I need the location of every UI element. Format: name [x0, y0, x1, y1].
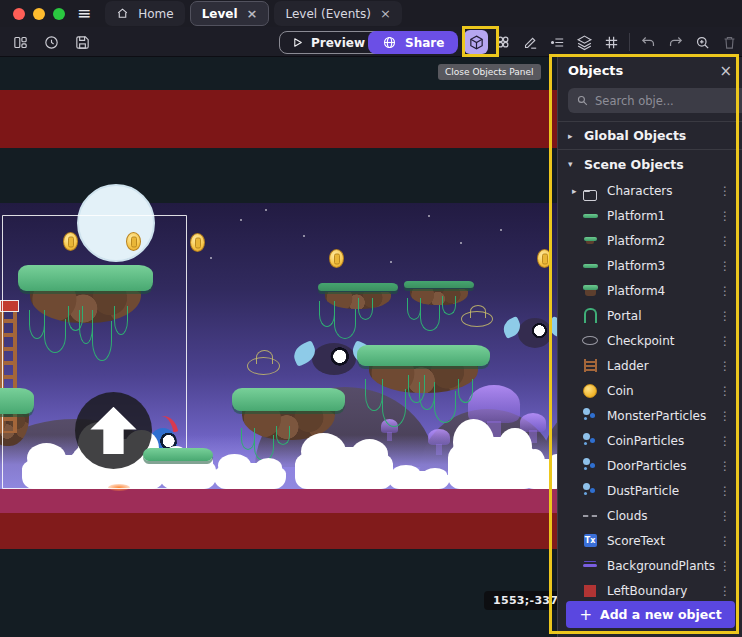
add-button-label: Add a new object	[600, 607, 722, 622]
panels-icon[interactable]	[10, 32, 30, 52]
scene-object-cloud	[295, 447, 393, 489]
object-row-MonsterParticles[interactable]: MonsterParticles⋮	[558, 403, 742, 428]
layers-icon[interactable]	[572, 30, 596, 54]
save-icon[interactable]	[72, 32, 92, 52]
cursor-coordinates-badge: 1553;-337	[484, 591, 567, 610]
kebab-menu-icon[interactable]: ⋮	[716, 234, 734, 248]
kebab-menu-icon[interactable]: ⋮	[716, 284, 734, 298]
kebab-menu-icon[interactable]: ⋮	[716, 534, 734, 548]
share-button[interactable]: Share	[368, 31, 458, 54]
tab-level[interactable]: Level ×	[190, 1, 270, 26]
particles-icon	[582, 433, 598, 449]
scene-object-monster-fly[interactable]	[312, 343, 356, 375]
grid-icon[interactable]	[599, 30, 623, 54]
object-row-Coin[interactable]: Coin⋮	[558, 378, 742, 403]
kebab-menu-icon[interactable]: ⋮	[716, 459, 734, 473]
object-row-Platform3[interactable]: Platform3⋮	[558, 253, 742, 278]
kebab-menu-icon[interactable]: ⋮	[716, 509, 734, 523]
kebab-menu-icon[interactable]: ⋮	[716, 309, 734, 323]
scene-object-star	[500, 229, 502, 231]
object-row-CoinParticles[interactable]: CoinParticles⋮	[558, 428, 742, 453]
section-global-objects[interactable]: ▸ Global Objects	[558, 122, 742, 150]
tab-bar: ≡ Home Level × Level (Events) ×	[0, 0, 742, 27]
pencil-icon[interactable]	[518, 30, 542, 54]
undo-icon[interactable]	[636, 30, 660, 54]
scene-object-coin[interactable]	[190, 233, 205, 252]
scene-object-star	[265, 209, 267, 211]
section-scene-objects[interactable]: ▾ Scene Objects	[558, 150, 742, 178]
kebab-menu-icon[interactable]: ⋮	[716, 209, 734, 223]
main-menu-icon[interactable]: ≡	[77, 5, 91, 22]
search-icon	[576, 94, 589, 107]
scene-object-star	[210, 257, 212, 259]
object-label: Clouds	[607, 509, 716, 523]
close-tab-icon[interactable]: ×	[380, 6, 391, 21]
add-new-object-button[interactable]: + Add a new object	[566, 601, 735, 628]
dashed-icon	[582, 508, 598, 524]
maximize-window-button[interactable]	[53, 8, 65, 20]
kebab-menu-icon[interactable]: ⋮	[716, 384, 734, 398]
object-row-DoorParticles[interactable]: DoorParticles⋮	[558, 453, 742, 478]
trash-icon[interactable]	[717, 30, 741, 54]
toolbar-separator	[629, 33, 630, 51]
kebab-menu-icon[interactable]: ⋮	[716, 334, 734, 348]
tab-label: Home	[138, 7, 173, 21]
scene-object-monster-fly[interactable]	[518, 318, 552, 348]
close-tab-icon[interactable]: ×	[247, 6, 258, 21]
chevron-right-icon[interactable]: ▸	[572, 186, 582, 196]
object-row-Checkpoint[interactable]: Checkpoint⋮	[558, 328, 742, 353]
kebab-menu-icon[interactable]: ⋮	[716, 484, 734, 498]
section-label: Scene Objects	[584, 157, 684, 172]
instances-group-icon[interactable]	[491, 30, 515, 54]
history-icon[interactable]	[41, 32, 61, 52]
gdevelop-window: ≡ Home Level × Level (Events) ×	[0, 0, 742, 637]
zoom-in-icon[interactable]	[690, 30, 714, 54]
kebab-menu-icon[interactable]: ⋮	[716, 259, 734, 273]
tooltip-close-objects-panel: Close Objects Panel	[438, 64, 541, 80]
coin-icon	[582, 383, 598, 399]
object-label: Portal	[607, 309, 716, 323]
redo-icon[interactable]	[663, 30, 687, 54]
kebab-menu-icon[interactable]: ⋮	[716, 409, 734, 423]
kebab-menu-icon[interactable]: ⋮	[716, 559, 734, 573]
scene-object-star	[428, 215, 430, 217]
object-row-Platform1[interactable]: Platform1⋮	[558, 203, 742, 228]
section-label: Global Objects	[584, 128, 686, 143]
object-row-BackgroundPlants[interactable]: BackgroundPlants⋮	[558, 553, 742, 578]
window-controls	[0, 8, 65, 20]
close-window-button[interactable]	[13, 8, 25, 20]
particles-icon	[582, 458, 598, 474]
search-input[interactable]	[595, 94, 741, 108]
plants-icon	[582, 558, 598, 574]
search-box[interactable]	[568, 88, 742, 113]
tab-home[interactable]: Home	[105, 1, 184, 26]
object-row-ScoreText[interactable]: ScoreText⋮	[558, 528, 742, 553]
close-panel-icon[interactable]: ×	[719, 62, 732, 80]
object-label: MonsterParticles	[607, 409, 716, 423]
kebab-menu-icon[interactable]: ⋮	[716, 434, 734, 448]
object-row-DustParticle[interactable]: DustParticle⋮	[558, 478, 742, 503]
kebab-menu-icon[interactable]: ⋮	[716, 359, 734, 373]
object-row-Platform4[interactable]: Platform4⋮	[558, 278, 742, 303]
kebab-menu-icon[interactable]: ⋮	[716, 584, 734, 598]
object-row-Platform2[interactable]: Platform2⋮	[558, 228, 742, 253]
scene-object-coin[interactable]	[537, 249, 552, 268]
object-label: Characters	[607, 184, 716, 198]
objects-cube-icon[interactable]	[464, 30, 488, 54]
object-row-Ladder[interactable]: Ladder⋮	[558, 353, 742, 378]
panel-title: Objects	[568, 63, 719, 78]
object-row-LeftBoundary[interactable]: LeftBoundary⋮	[558, 578, 742, 603]
minimize-window-button[interactable]	[33, 8, 45, 20]
object-label: BackgroundPlants	[607, 559, 716, 573]
home-icon	[116, 7, 129, 20]
object-row-Clouds[interactable]: Clouds⋮	[558, 503, 742, 528]
scene-object-coin[interactable]	[329, 249, 344, 268]
object-label: LeftBoundary	[607, 584, 716, 598]
tab-level-events[interactable]: Level (Events) ×	[274, 1, 401, 26]
preview-label: Preview	[311, 36, 365, 50]
properties-icon[interactable]	[545, 30, 569, 54]
kebab-menu-icon[interactable]: ⋮	[716, 184, 734, 198]
object-label: Platform3	[607, 259, 716, 273]
object-row-Portal[interactable]: Portal⋮	[558, 303, 742, 328]
object-row-Characters[interactable]: ▸Characters⋮	[558, 178, 742, 203]
